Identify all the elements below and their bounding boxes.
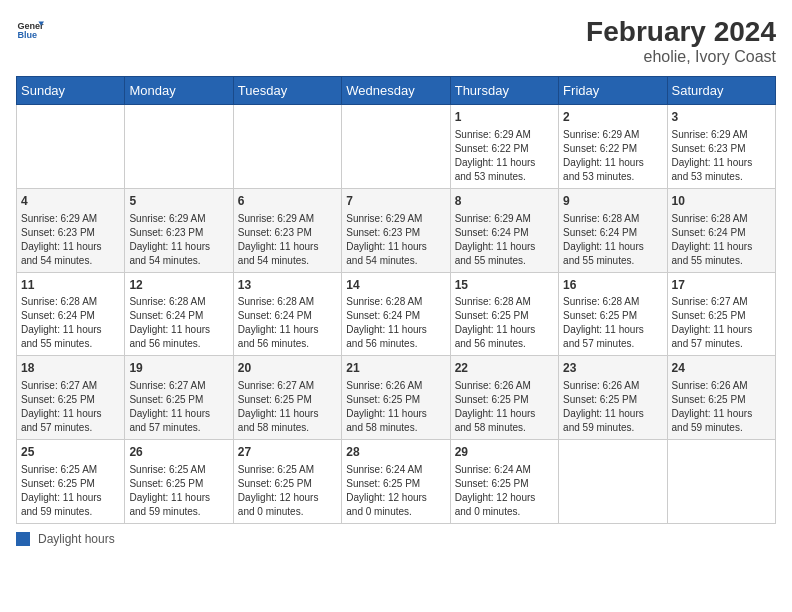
day-info: Sunrise: 6:29 AM Sunset: 6:23 PM Dayligh…	[129, 212, 228, 268]
day-info: Sunrise: 6:27 AM Sunset: 6:25 PM Dayligh…	[21, 379, 120, 435]
calendar-cell: 7Sunrise: 6:29 AM Sunset: 6:23 PM Daylig…	[342, 188, 450, 272]
day-number: 23	[563, 360, 662, 377]
day-info: Sunrise: 6:28 AM Sunset: 6:25 PM Dayligh…	[563, 295, 662, 351]
svg-text:Blue: Blue	[17, 30, 37, 40]
calendar-week-row: 4Sunrise: 6:29 AM Sunset: 6:23 PM Daylig…	[17, 188, 776, 272]
calendar-week-row: 11Sunrise: 6:28 AM Sunset: 6:24 PM Dayli…	[17, 272, 776, 356]
day-number: 14	[346, 277, 445, 294]
day-info: Sunrise: 6:29 AM Sunset: 6:24 PM Dayligh…	[455, 212, 554, 268]
calendar-cell: 20Sunrise: 6:27 AM Sunset: 6:25 PM Dayli…	[233, 356, 341, 440]
calendar-cell: 18Sunrise: 6:27 AM Sunset: 6:25 PM Dayli…	[17, 356, 125, 440]
day-info: Sunrise: 6:27 AM Sunset: 6:25 PM Dayligh…	[672, 295, 771, 351]
calendar-cell: 25Sunrise: 6:25 AM Sunset: 6:25 PM Dayli…	[17, 440, 125, 524]
calendar-cell: 5Sunrise: 6:29 AM Sunset: 6:23 PM Daylig…	[125, 188, 233, 272]
calendar-cell: 19Sunrise: 6:27 AM Sunset: 6:25 PM Dayli…	[125, 356, 233, 440]
page-header: General Blue February 2024 eholie, Ivory…	[16, 16, 776, 66]
calendar-cell: 29Sunrise: 6:24 AM Sunset: 6:25 PM Dayli…	[450, 440, 558, 524]
day-info: Sunrise: 6:29 AM Sunset: 6:23 PM Dayligh…	[21, 212, 120, 268]
calendar-cell: 1Sunrise: 6:29 AM Sunset: 6:22 PM Daylig…	[450, 105, 558, 189]
day-number: 20	[238, 360, 337, 377]
calendar-cell: 27Sunrise: 6:25 AM Sunset: 6:25 PM Dayli…	[233, 440, 341, 524]
day-info: Sunrise: 6:25 AM Sunset: 6:25 PM Dayligh…	[129, 463, 228, 519]
calendar-cell	[125, 105, 233, 189]
dow-header-cell: Thursday	[450, 77, 558, 105]
day-number: 8	[455, 193, 554, 210]
calendar-cell: 10Sunrise: 6:28 AM Sunset: 6:24 PM Dayli…	[667, 188, 775, 272]
day-number: 22	[455, 360, 554, 377]
day-info: Sunrise: 6:29 AM Sunset: 6:22 PM Dayligh…	[455, 128, 554, 184]
calendar-cell: 13Sunrise: 6:28 AM Sunset: 6:24 PM Dayli…	[233, 272, 341, 356]
calendar-body: 1Sunrise: 6:29 AM Sunset: 6:22 PM Daylig…	[17, 105, 776, 524]
day-number: 6	[238, 193, 337, 210]
day-number: 4	[21, 193, 120, 210]
day-number: 25	[21, 444, 120, 461]
calendar-cell: 3Sunrise: 6:29 AM Sunset: 6:23 PM Daylig…	[667, 105, 775, 189]
calendar-cell: 6Sunrise: 6:29 AM Sunset: 6:23 PM Daylig…	[233, 188, 341, 272]
day-number: 24	[672, 360, 771, 377]
day-info: Sunrise: 6:28 AM Sunset: 6:24 PM Dayligh…	[21, 295, 120, 351]
logo-icon: General Blue	[16, 16, 44, 44]
calendar-cell: 8Sunrise: 6:29 AM Sunset: 6:24 PM Daylig…	[450, 188, 558, 272]
day-number: 12	[129, 277, 228, 294]
day-number: 2	[563, 109, 662, 126]
dow-header-cell: Sunday	[17, 77, 125, 105]
day-number: 3	[672, 109, 771, 126]
calendar-cell	[342, 105, 450, 189]
day-number: 19	[129, 360, 228, 377]
calendar-cell: 23Sunrise: 6:26 AM Sunset: 6:25 PM Dayli…	[559, 356, 667, 440]
calendar-week-row: 1Sunrise: 6:29 AM Sunset: 6:22 PM Daylig…	[17, 105, 776, 189]
day-info: Sunrise: 6:25 AM Sunset: 6:25 PM Dayligh…	[21, 463, 120, 519]
day-info: Sunrise: 6:27 AM Sunset: 6:25 PM Dayligh…	[129, 379, 228, 435]
day-info: Sunrise: 6:27 AM Sunset: 6:25 PM Dayligh…	[238, 379, 337, 435]
day-number: 18	[21, 360, 120, 377]
day-info: Sunrise: 6:26 AM Sunset: 6:25 PM Dayligh…	[455, 379, 554, 435]
day-info: Sunrise: 6:28 AM Sunset: 6:24 PM Dayligh…	[563, 212, 662, 268]
footer: Daylight hours	[16, 532, 776, 546]
day-info: Sunrise: 6:26 AM Sunset: 6:25 PM Dayligh…	[563, 379, 662, 435]
calendar-table: SundayMondayTuesdayWednesdayThursdayFrid…	[16, 76, 776, 524]
day-info: Sunrise: 6:26 AM Sunset: 6:25 PM Dayligh…	[672, 379, 771, 435]
day-number: 28	[346, 444, 445, 461]
day-info: Sunrise: 6:29 AM Sunset: 6:23 PM Dayligh…	[346, 212, 445, 268]
legend-label: Daylight hours	[38, 532, 115, 546]
day-info: Sunrise: 6:29 AM Sunset: 6:22 PM Dayligh…	[563, 128, 662, 184]
day-number: 26	[129, 444, 228, 461]
day-info: Sunrise: 6:25 AM Sunset: 6:25 PM Dayligh…	[238, 463, 337, 519]
day-info: Sunrise: 6:29 AM Sunset: 6:23 PM Dayligh…	[238, 212, 337, 268]
calendar-cell: 14Sunrise: 6:28 AM Sunset: 6:24 PM Dayli…	[342, 272, 450, 356]
dow-header-cell: Wednesday	[342, 77, 450, 105]
dow-header-cell: Tuesday	[233, 77, 341, 105]
calendar-cell: 9Sunrise: 6:28 AM Sunset: 6:24 PM Daylig…	[559, 188, 667, 272]
day-number: 7	[346, 193, 445, 210]
calendar-cell: 12Sunrise: 6:28 AM Sunset: 6:24 PM Dayli…	[125, 272, 233, 356]
calendar-cell	[233, 105, 341, 189]
calendar-cell	[17, 105, 125, 189]
calendar-cell: 15Sunrise: 6:28 AM Sunset: 6:25 PM Dayli…	[450, 272, 558, 356]
day-of-week-header-row: SundayMondayTuesdayWednesdayThursdayFrid…	[17, 77, 776, 105]
day-number: 13	[238, 277, 337, 294]
calendar-cell: 26Sunrise: 6:25 AM Sunset: 6:25 PM Dayli…	[125, 440, 233, 524]
title-block: February 2024 eholie, Ivory Coast	[586, 16, 776, 66]
dow-header-cell: Saturday	[667, 77, 775, 105]
day-number: 15	[455, 277, 554, 294]
calendar-cell: 21Sunrise: 6:26 AM Sunset: 6:25 PM Dayli…	[342, 356, 450, 440]
dow-header-cell: Monday	[125, 77, 233, 105]
legend-color-box	[16, 532, 30, 546]
day-number: 9	[563, 193, 662, 210]
calendar-week-row: 25Sunrise: 6:25 AM Sunset: 6:25 PM Dayli…	[17, 440, 776, 524]
calendar-cell: 28Sunrise: 6:24 AM Sunset: 6:25 PM Dayli…	[342, 440, 450, 524]
day-info: Sunrise: 6:28 AM Sunset: 6:25 PM Dayligh…	[455, 295, 554, 351]
day-info: Sunrise: 6:28 AM Sunset: 6:24 PM Dayligh…	[346, 295, 445, 351]
dow-header-cell: Friday	[559, 77, 667, 105]
calendar-cell: 11Sunrise: 6:28 AM Sunset: 6:24 PM Dayli…	[17, 272, 125, 356]
day-number: 21	[346, 360, 445, 377]
page-title: February 2024	[586, 16, 776, 48]
calendar-cell: 2Sunrise: 6:29 AM Sunset: 6:22 PM Daylig…	[559, 105, 667, 189]
day-info: Sunrise: 6:24 AM Sunset: 6:25 PM Dayligh…	[455, 463, 554, 519]
calendar-week-row: 18Sunrise: 6:27 AM Sunset: 6:25 PM Dayli…	[17, 356, 776, 440]
calendar-cell: 4Sunrise: 6:29 AM Sunset: 6:23 PM Daylig…	[17, 188, 125, 272]
day-number: 10	[672, 193, 771, 210]
day-info: Sunrise: 6:26 AM Sunset: 6:25 PM Dayligh…	[346, 379, 445, 435]
day-number: 16	[563, 277, 662, 294]
day-info: Sunrise: 6:28 AM Sunset: 6:24 PM Dayligh…	[129, 295, 228, 351]
